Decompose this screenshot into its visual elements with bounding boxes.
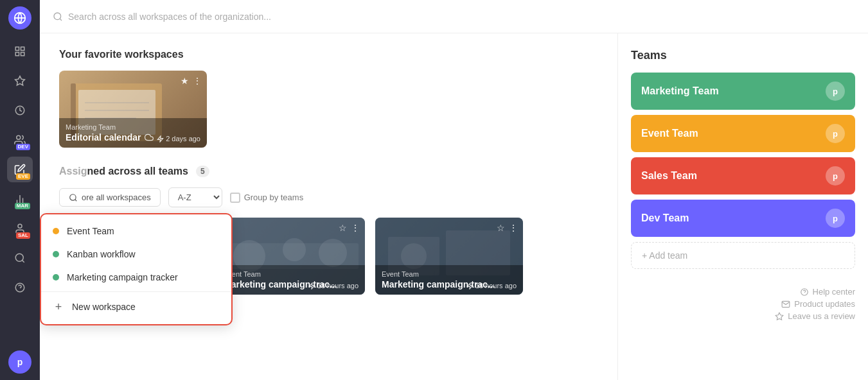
footer-links: Help center Product updates Leave us a r… [631, 274, 855, 321]
svg-point-16 [54, 13, 61, 20]
help-center-icon [800, 288, 809, 297]
dropdown-event-team-label: Event Team [67, 226, 114, 236]
more-btn-1[interactable]: ⋮ [193, 76, 202, 86]
search-bar[interactable]: Search across all workspaces of the orga… [53, 12, 271, 22]
svg-marker-39 [309, 282, 314, 288]
leave-review-icon [775, 312, 784, 321]
right-panel: Teams Marketing Team p Event Team p Sale… [617, 33, 868, 380]
dropdown-item-marketing-tracker[interactable]: Marketing campaign tracker [41, 266, 231, 289]
more-btn-mkt2[interactable]: ⋮ [509, 223, 518, 233]
card-actions-1: ★ ⋮ [181, 76, 202, 86]
lightning-icon-mkt1 [308, 282, 315, 289]
svg-line-26 [75, 199, 77, 201]
user-avatar[interactable]: p [8, 350, 31, 374]
users-dev-icon[interactable]: DEV [7, 127, 33, 153]
team-avatar-dev: p [826, 209, 845, 228]
svg-point-38 [319, 239, 347, 267]
eve-badge: EVE [16, 173, 30, 180]
svg-marker-5 [15, 76, 25, 85]
search-icon [53, 12, 63, 22]
workspace-card-3[interactable]: Event Team Marketing campaign trac... ☆ … [375, 218, 523, 295]
dropdown-marketing-label: Marketing campaign tracker [67, 272, 178, 282]
dot-kanban-icon [53, 251, 59, 257]
product-updates-link[interactable]: Product updates [781, 299, 855, 309]
teams-title: Teams [631, 49, 855, 62]
svg-marker-24 [158, 135, 163, 141]
workspace-card-2[interactable]: Event Team Marketing campaign trac... ☆ … [217, 218, 365, 295]
star-icon[interactable] [7, 68, 33, 94]
svg-point-11 [18, 224, 22, 228]
sal-badge: SAL [16, 232, 30, 239]
new-workspace-label: New workspace [72, 302, 136, 312]
svg-rect-2 [21, 47, 24, 50]
explore-button[interactable]: ore all workspaces [59, 188, 161, 207]
team-row-sales[interactable]: Sales Team p [631, 157, 855, 194]
people-sal-icon[interactable]: SAL [7, 216, 33, 241]
team-avatar-event: p [826, 124, 845, 143]
favorites-title: Your favorite workspaces [59, 49, 598, 60]
card-footer-1: 2 days ago [157, 135, 200, 142]
app-logo[interactable] [8, 6, 31, 30]
leave-review-link[interactable]: Leave us a review [775, 311, 855, 321]
dev-badge: DEV [16, 144, 30, 150]
assigned-count: 5 [196, 166, 209, 177]
svg-line-17 [60, 19, 62, 21]
help-center-label: Help center [813, 287, 855, 297]
favorites-cards: Marketing Team Editorial calendar ★ ⋮ [59, 71, 598, 148]
dot-marketing-icon [53, 274, 59, 281]
svg-point-37 [283, 238, 306, 261]
leave-review-label: Leave us a review [788, 311, 855, 321]
card-overlay-mkt2: Event Team Marketing campaign trac... [375, 265, 523, 295]
card-actions-mkt1: ☆ ⋮ [339, 223, 360, 233]
main-content: Search across all workspaces of the orga… [40, 0, 868, 380]
card-team-1: Marketing Team [66, 123, 200, 131]
team-row-marketing[interactable]: Marketing Team p [631, 73, 855, 110]
search-icon[interactable] [7, 245, 33, 271]
team-name-marketing: Marketing Team [641, 85, 719, 97]
circle-q-icon[interactable] [7, 275, 33, 300]
dropdown-kanban-label: Kanban workflow [67, 249, 136, 259]
mar-badge: MAR [15, 203, 30, 209]
card-overlay-1: Marketing Team Editorial calendar [59, 118, 207, 148]
svg-rect-3 [15, 53, 19, 56]
card-overlay-mkt1: Event Team Marketing campaign trac... [217, 265, 365, 295]
chart-mar-icon[interactable]: MAR [7, 186, 33, 212]
svg-marker-44 [467, 282, 472, 288]
explore-icon [69, 193, 78, 202]
content-area: Your favorite workspaces [40, 33, 868, 380]
edit-eve-icon[interactable]: EVE [7, 157, 33, 182]
dropdown-popup: Event Team Kanban workflow Marketing cam… [40, 213, 233, 325]
svg-rect-4 [21, 53, 24, 56]
svg-marker-47 [775, 313, 783, 320]
product-updates-icon [781, 300, 790, 309]
help-center-link[interactable]: Help center [800, 287, 855, 297]
more-btn-mkt1[interactable]: ⋮ [351, 223, 360, 233]
group-by-toggle[interactable]: Group by teams [230, 193, 304, 203]
team-name-event: Event Team [641, 128, 698, 139]
sort-select[interactable]: A-Z Z-A Recent Oldest [168, 187, 222, 207]
add-team-label: + Add team [642, 250, 687, 261]
team-name-dev: Dev Team [641, 212, 689, 224]
home-icon[interactable] [7, 39, 33, 64]
group-by-checkbox[interactable] [230, 193, 240, 203]
team-avatar-sales: p [826, 166, 845, 186]
star-btn-1[interactable]: ★ [181, 76, 189, 86]
dropdown-divider [41, 291, 231, 292]
svg-point-12 [15, 254, 23, 261]
card-team-mkt1: Event Team [224, 270, 359, 278]
dropdown-item-event-team[interactable]: Event Team [41, 220, 231, 243]
clock-icon[interactable] [7, 98, 33, 123]
cloud-icon [145, 133, 154, 142]
assigned-header: Assigned across all teams 5 [59, 166, 598, 177]
explore-label: ore all workspaces [82, 193, 151, 202]
favorite-card-1[interactable]: Marketing Team Editorial calendar ★ ⋮ [59, 71, 207, 148]
new-workspace-item[interactable]: + New workspace [41, 295, 231, 319]
team-avatar-marketing: p [826, 82, 845, 101]
add-team-button[interactable]: + Add team [631, 242, 855, 269]
card-team-mkt2: Event Team [382, 270, 517, 278]
dropdown-item-kanban[interactable]: Kanban workflow [41, 243, 231, 266]
team-row-dev[interactable]: Dev Team p [631, 200, 855, 237]
team-row-event[interactable]: Event Team p [631, 115, 855, 152]
star-btn-mkt1[interactable]: ☆ [339, 223, 347, 233]
star-btn-mkt2[interactable]: ☆ [497, 223, 505, 233]
